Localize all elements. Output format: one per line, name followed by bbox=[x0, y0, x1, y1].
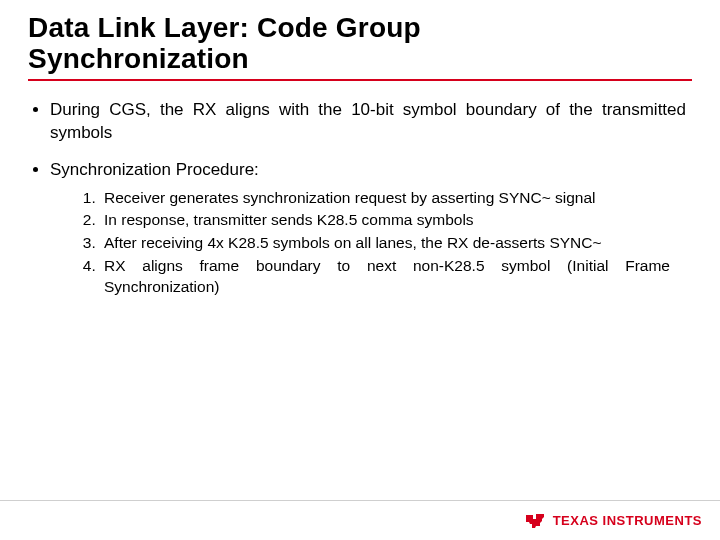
bullet-item: Synchronization Procedure: Receiver gene… bbox=[50, 159, 686, 299]
numbered-steps: Receiver generates synchronization reque… bbox=[76, 188, 670, 299]
brand-name: TEXAS INSTRUMENTS bbox=[553, 513, 702, 528]
ti-chip-icon bbox=[525, 512, 547, 530]
footer: TEXAS INSTRUMENTS bbox=[0, 500, 720, 540]
slide: Data Link Layer: Code Group Synchronizat… bbox=[0, 0, 720, 540]
step-item: In response, transmitter sends K28.5 com… bbox=[100, 210, 670, 231]
step-item: After receiving 4x K28.5 symbols on all … bbox=[100, 233, 670, 254]
slide-title: Data Link Layer: Code Group Synchronizat… bbox=[28, 12, 692, 75]
title-line-2: Synchronization bbox=[28, 43, 249, 74]
title-line-1: Data Link Layer: Code Group bbox=[28, 12, 421, 43]
step-item: Receiver generates synchronization reque… bbox=[100, 188, 670, 209]
bullet-list: During CGS, the RX aligns with the 10-bi… bbox=[28, 99, 686, 298]
bullet-text: Synchronization Procedure: bbox=[50, 160, 259, 179]
title-underline bbox=[28, 79, 692, 81]
step-item: RX aligns frame boundary to next non-K28… bbox=[100, 256, 670, 298]
brand-logo: TEXAS INSTRUMENTS bbox=[525, 512, 702, 530]
bullet-item: During CGS, the RX aligns with the 10-bi… bbox=[50, 99, 686, 145]
